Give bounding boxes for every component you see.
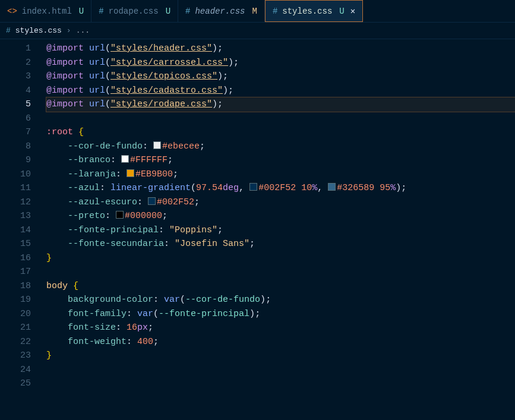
git-status-badge: U	[166, 7, 170, 16]
code-area[interactable]: @import url("styles/header.css");@import…	[42, 39, 515, 420]
code-line[interactable]: }	[46, 251, 515, 266]
code-line[interactable]: }	[46, 349, 515, 363]
line-number: 10	[0, 168, 31, 182]
breadcrumb-file[interactable]: styles.css	[15, 26, 62, 35]
line-number: 19	[0, 293, 31, 307]
line-number: 25	[0, 377, 31, 391]
git-status-badge: U	[339, 7, 344, 16]
line-number: 1	[0, 42, 31, 56]
color-swatch-icon[interactable]	[116, 211, 124, 219]
line-number: 7	[0, 125, 31, 140]
tab-label: styles.css	[282, 7, 332, 16]
code-line[interactable]: --azul: linear-gradient(97.54deg, #002F5…	[46, 181, 515, 195]
color-swatch-icon[interactable]	[249, 183, 257, 191]
line-number: 20	[0, 307, 31, 321]
breadcrumb: # styles.css › ...	[0, 23, 515, 39]
tab-bar: <>index.htmlU#rodape.cssU#header.cssM#st…	[0, 0, 515, 23]
line-number: 16	[0, 251, 31, 266]
line-number: 5	[0, 97, 31, 112]
tab-label: header.css	[195, 7, 245, 16]
line-number: 22	[0, 335, 31, 349]
line-number: 14	[0, 223, 31, 238]
line-number: 12	[0, 195, 31, 210]
code-line[interactable]: --branco: #FFFFFF;	[46, 153, 515, 168]
code-line[interactable]: font-family: var(--fonte-principal);	[46, 307, 515, 321]
line-number: 8	[0, 140, 31, 154]
line-number: 18	[0, 279, 31, 293]
css-icon: #	[185, 7, 190, 16]
line-number: 9	[0, 153, 31, 168]
line-number: 21	[0, 321, 31, 335]
code-line[interactable]: --preto: #000000;	[46, 209, 515, 223]
code-line[interactable]: :root {	[46, 125, 515, 140]
html-icon: <>	[7, 7, 17, 16]
tab-label: index.html	[22, 7, 72, 16]
git-status-badge: U	[79, 7, 84, 16]
css-icon: #	[99, 7, 103, 16]
color-swatch-icon[interactable]	[153, 141, 161, 149]
color-swatch-icon[interactable]	[148, 197, 156, 205]
code-line[interactable]	[46, 265, 515, 279]
line-number: 3	[0, 70, 31, 84]
code-line[interactable]: @import url("styles/carrossel.css");	[46, 56, 515, 70]
code-line[interactable]: --laranja: #EB9B00;	[46, 168, 515, 182]
code-line[interactable]: --cor-de-fundo: #ebecee;	[46, 140, 515, 154]
git-status-badge: M	[252, 7, 257, 16]
color-swatch-icon[interactable]	[328, 183, 336, 191]
css-icon: #	[6, 26, 11, 35]
line-number: 11	[0, 181, 31, 195]
line-number: 13	[0, 209, 31, 223]
editor: 1234567891011121314151617181920212223242…	[0, 39, 515, 420]
code-line[interactable]	[46, 112, 515, 126]
code-line[interactable]	[46, 377, 515, 391]
code-line[interactable]: --fonte-secundaria: "Josefin Sans";	[46, 237, 515, 251]
chevron-right-icon: ›	[67, 26, 71, 35]
code-line[interactable]: body {	[46, 279, 515, 293]
breadcrumb-trail[interactable]: ...	[76, 26, 90, 35]
line-number: 24	[0, 363, 31, 377]
css-icon: #	[273, 7, 277, 16]
line-number: 2	[0, 56, 31, 70]
code-line[interactable]: @import url("styles/cadastro.css");	[46, 84, 515, 98]
code-line[interactable]: @import url("styles/header.css");	[46, 42, 515, 56]
tab-label: rodape.css	[109, 7, 159, 16]
line-number: 23	[0, 349, 31, 363]
color-swatch-icon[interactable]	[121, 155, 129, 163]
line-number: 17	[0, 265, 31, 279]
tab-styles-css[interactable]: #styles.cssU✕	[265, 0, 363, 22]
code-line[interactable]: font-size: 16px;	[46, 321, 515, 335]
tab-index-html[interactable]: <>index.htmlU	[0, 0, 91, 22]
code-line[interactable]: background-color: var(--cor-de-fundo);	[46, 293, 515, 307]
line-number-gutter: 1234567891011121314151617181920212223242…	[0, 39, 42, 420]
code-line[interactable]	[46, 363, 515, 377]
code-line[interactable]: @import url("styles/topicos.css");	[46, 70, 515, 84]
line-number: 15	[0, 237, 31, 251]
code-line[interactable]: @import url("styles/rodape.css");	[46, 97, 515, 112]
code-line[interactable]: font-weight: 400;	[46, 335, 515, 349]
code-line[interactable]: --azul-escuro: #002F52;	[46, 195, 515, 210]
tab-header-css[interactable]: #header.cssM	[178, 0, 265, 22]
close-icon[interactable]: ✕	[350, 6, 355, 16]
tab-rodape-css[interactable]: #rodape.cssU	[91, 0, 178, 22]
line-number: 4	[0, 84, 31, 98]
color-swatch-icon[interactable]	[127, 169, 134, 177]
line-number: 6	[0, 112, 31, 126]
code-line[interactable]: --fonte-principal: "Poppins";	[46, 223, 515, 238]
